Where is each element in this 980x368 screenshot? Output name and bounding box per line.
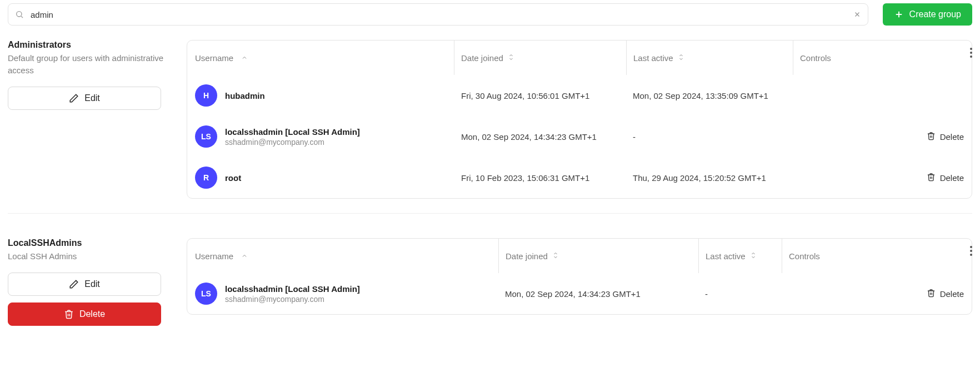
col-controls: Controls [782,239,972,273]
group-table-wrap: Username Date joined Last active Control… [187,40,972,199]
delete-group-button[interactable]: Delete [8,303,161,326]
delete-label: Delete [940,289,964,299]
delete-user-button[interactable]: Delete [927,289,964,299]
table-header: Username Date joined Last active Control… [187,239,972,273]
col-last-active-label: Last active [633,53,673,63]
group-section: Administrators Default group for users w… [8,40,972,213]
last-active: - [705,289,708,299]
plus-icon [894,9,904,19]
table-row: LS localsshadmin [Local SSH Admin] sshad… [187,116,972,157]
col-last-active[interactable]: Last active [626,41,793,75]
table-row: H hubadmin Fri, 30 Aug 2024, 10:56:01 GM… [187,75,972,116]
table-row: LS localsshadmin [Local SSH Admin] sshad… [187,273,972,314]
edit-group-button[interactable]: Edit [8,273,161,296]
search-input-wrap[interactable] [8,3,868,26]
avatar: R [195,167,217,189]
username: root [225,173,241,183]
delete-user-button[interactable]: Delete [927,173,964,183]
col-username-label: Username [195,251,233,261]
edit-label: Edit [84,93,100,103]
user-email: sshadmin@mycompany.com [225,138,360,147]
col-date-joined[interactable]: Date joined [454,41,626,75]
col-username[interactable]: Username [187,41,454,75]
table-body: LS localsshadmin [Local SSH Admin] sshad… [187,273,972,314]
col-last-active-label: Last active [706,251,746,261]
sort-asc-icon [241,53,248,63]
group-description: Default group for users with administrat… [8,52,174,77]
user-email: sshadmin@mycompany.com [225,295,360,304]
group-side: LocalSSHAdmins Local SSH Admins Edit Del… [8,238,174,332]
trash-icon [927,132,936,142]
svg-point-8 [970,56,972,58]
search-icon [15,10,24,19]
trash-icon [927,289,936,299]
col-username-label: Username [195,53,233,63]
create-group-label: Create group [909,9,961,19]
group-table-wrap: Username Date joined Last active Control… [187,238,972,315]
trash-icon [927,173,936,183]
sort-icon [750,251,757,261]
group-section: LocalSSHAdmins Local SSH Admins Edit Del… [8,213,972,347]
col-username[interactable]: Username [187,239,498,273]
last-active: Mon, 02 Sep 2024, 13:35:09 GMT+1 [633,91,768,100]
table-options-button[interactable] [968,244,974,260]
sort-asc-icon [241,251,248,261]
svg-line-1 [21,16,23,18]
pencil-icon [69,93,79,103]
group-title: Administrators [8,40,174,50]
svg-point-9 [970,246,972,248]
avatar: LS [195,125,217,148]
username: localsshadmin [Local SSH Admin] [225,127,360,137]
col-date-joined[interactable]: Date joined [498,239,698,273]
delete-label: Delete [79,309,105,319]
avatar: LS [195,283,217,305]
edit-group-button[interactable]: Edit [8,87,161,110]
table-body: H hubadmin Fri, 30 Aug 2024, 10:56:01 GM… [187,75,972,198]
edit-label: Edit [84,279,100,289]
svg-point-0 [17,12,22,17]
avatar: H [195,84,217,107]
col-controls-label: Controls [800,53,831,63]
clear-search-icon[interactable] [853,11,861,18]
col-date-joined-label: Date joined [461,53,503,63]
table-header: Username Date joined Last active Control… [187,41,972,75]
sort-icon [552,251,559,261]
delete-label: Delete [940,132,964,142]
pencil-icon [69,279,79,289]
username: hubadmin [225,91,265,100]
username: localsshadmin [Local SSH Admin] [225,284,360,294]
col-controls-label: Controls [789,251,820,261]
group-description: Local SSH Admins [8,250,174,263]
trash-icon [64,309,74,319]
users-table: Username Date joined Last active Control… [187,238,972,315]
date-joined: Mon, 02 Sep 2024, 14:34:23 GMT+1 [461,132,597,142]
svg-point-10 [970,250,972,252]
search-input[interactable] [29,9,848,20]
col-date-joined-label: Date joined [506,251,548,261]
svg-point-7 [970,52,972,54]
sort-icon [678,53,684,63]
col-controls: Controls [793,41,972,75]
users-table: Username Date joined Last active Control… [187,40,972,199]
group-side: Administrators Default group for users w… [8,40,174,117]
group-title: LocalSSHAdmins [8,238,174,248]
svg-point-6 [970,48,972,50]
delete-user-button[interactable]: Delete [927,132,964,142]
last-active: - [633,132,636,142]
create-group-button[interactable]: Create group [883,3,972,26]
table-options-button[interactable] [968,46,974,62]
last-active: Thu, 29 Aug 2024, 15:20:52 GMT+1 [633,173,766,183]
delete-label: Delete [940,173,964,183]
svg-point-11 [970,254,972,256]
date-joined: Fri, 10 Feb 2023, 15:06:31 GMT+1 [461,173,589,183]
top-bar: Create group [8,3,972,26]
date-joined: Mon, 02 Sep 2024, 14:34:23 GMT+1 [505,289,641,299]
sort-icon [508,53,514,63]
table-row: R root Fri, 10 Feb 2023, 15:06:31 GMT+1 … [187,157,972,198]
col-last-active[interactable]: Last active [698,239,782,273]
date-joined: Fri, 30 Aug 2024, 10:56:01 GMT+1 [461,91,589,100]
